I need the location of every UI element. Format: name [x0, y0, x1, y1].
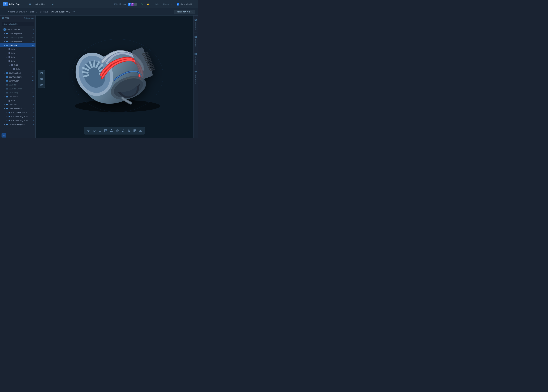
tree-item-004[interactable]: ▾ 004 Intake 👁 [0, 43, 36, 47]
expand-002[interactable]: ▶ [3, 36, 6, 39]
visibility-001[interactable]: 👁 [31, 32, 34, 35]
toolbar-box-btn[interactable] [97, 128, 103, 133]
integrations-button[interactable]: ⬡ [139, 2, 144, 6]
visibility-016a[interactable]: 👁 [31, 119, 34, 122]
tree-item-010[interactable]: ▶ 010 Spring ⊘ [0, 91, 36, 95]
tree-item-solid-3[interactable]: ▶ Solid 👁 [0, 55, 36, 59]
expand-015[interactable]: ▶ [6, 115, 8, 118]
visibility-003[interactable]: 👁 [31, 40, 34, 43]
expand-008[interactable]: ▶ [3, 84, 6, 86]
tree-item-solid-4[interactable]: ▾ Solid 👁 [0, 59, 36, 63]
tree-item-solid-4a[interactable]: ▾ Solid 👁 [0, 63, 36, 67]
breadcrumb-block1[interactable]: Block 1 [30, 11, 37, 13]
tree-item-008[interactable]: ▶ 008 Filter ⊘ [0, 83, 36, 87]
visibility-solid-4[interactable]: 👁 [31, 60, 34, 63]
expand-007[interactable]: ▶ [3, 80, 6, 82]
toolbar-wireframe-btn[interactable] [109, 128, 114, 133]
select-tool-button[interactable] [39, 70, 44, 76]
expand-012[interactable]: ▶ [3, 104, 6, 106]
user-menu[interactable]: S Steven Smith ▼ [175, 2, 196, 7]
tree-item-016b[interactable]: ▶ 016 Glow Plug Boss 👁 [0, 122, 36, 126]
tree-item-solid-1[interactable]: Solid [0, 47, 36, 51]
logo-area[interactable]: R Rollup Org. ▼ [2, 1, 24, 7]
visibility-006[interactable]: 👁 [31, 76, 34, 78]
tree-item-005[interactable]: ▶ 005 Shaft Seal 👁 [0, 71, 36, 75]
bell-button[interactable]: 🔔 [146, 3, 150, 6]
viewport[interactable] [36, 15, 193, 138]
annotations-panel-button[interactable]: Annotations [193, 17, 198, 32]
back-button[interactable]: ← [3, 10, 6, 14]
tree-item-003[interactable]: ▶ 003 Compressor 👁 [0, 39, 36, 43]
tree-item-012[interactable]: ▶ 012 Shaft 👁 [0, 103, 36, 107]
comment-tool-button[interactable] [39, 82, 44, 87]
visibility-009[interactable]: ⊘ [31, 87, 34, 90]
tree-item-002[interactable]: ▶ 002 Front Spacer ⊘ [0, 35, 36, 39]
expand-arrow-engine[interactable]: ▾ [1, 28, 3, 31]
tree-item-solid-5[interactable]: Solid [0, 99, 36, 103]
visibility-008[interactable]: ⊘ [31, 84, 34, 86]
tree-item-007[interactable]: ▶ 007 Diffuser 👁 [0, 79, 36, 83]
tree-item-solid-2[interactable]: Solid [0, 51, 36, 55]
tree-filter-input[interactable] [2, 22, 34, 26]
expand-010[interactable]: ▶ [3, 91, 6, 94]
tree-item-015[interactable]: ▶ 015 Glow Plug Boss 👁 [0, 115, 36, 119]
expand-005[interactable]: ▶ [3, 72, 6, 74]
model-details-panel-button[interactable]: Model details [193, 51, 198, 67]
visibility-016b[interactable]: 👁 [31, 123, 34, 126]
toolbar-cube-btn[interactable] [126, 128, 132, 133]
expand-001[interactable]: ▶ [3, 32, 6, 35]
camera-tool-button[interactable] [39, 76, 44, 82]
expand-004[interactable]: ▾ [3, 44, 6, 47]
toolbar-home-btn[interactable] [92, 128, 97, 133]
visibility-engine[interactable]: 👁 [31, 28, 34, 31]
expand-solid-3[interactable]: ▶ [6, 56, 8, 58]
visibility-013[interactable]: 👁 [31, 107, 34, 110]
upload-new-version-button[interactable]: Upload new version [174, 10, 195, 14]
expand-006[interactable]: ▶ [3, 76, 6, 78]
visibility-005[interactable]: 👁 [31, 72, 34, 74]
mail-button[interactable]: ✉ [1, 133, 6, 138]
toolbar-explode-btn[interactable] [132, 128, 137, 133]
tree-item-011[interactable]: ▾ 011 Tunnel 👁 [0, 95, 36, 99]
toolbar-compare-btn[interactable] [138, 128, 143, 133]
toolbar-measure-btn[interactable] [121, 128, 126, 133]
visibility-004[interactable]: 👁 [31, 44, 34, 47]
project-selector[interactable]: ▦ Launch Vehicle ▼ [28, 2, 49, 6]
tree-item-solid-4b[interactable]: Solid [0, 67, 36, 71]
visibility-solid-4a[interactable]: 👁 [31, 64, 34, 66]
tree-item-009[interactable]: ▶ 009 Filter Cover ⊘ [0, 87, 36, 91]
visibility-002[interactable]: ⊘ [31, 36, 34, 39]
saved-views-panel-button[interactable]: Saved views [193, 34, 198, 49]
tree-item-013[interactable]: ▾ 013 Combustion Cham... 👁 [0, 107, 36, 111]
collapse-tree-button[interactable]: Collapse tree [24, 17, 34, 19]
search-button[interactable] [50, 2, 55, 7]
visibility-solid-3[interactable]: 👁 [31, 56, 34, 59]
tree-item-006[interactable]: ▶ 006 Case Front 👁 [0, 75, 36, 79]
expand-016b[interactable]: ▶ [3, 123, 6, 126]
breadcrumb-filename[interactable]: Williams_Engine.ASM [8, 11, 27, 13]
tree-collapse-arrows-icon[interactable]: ⟨⟨ [2, 17, 4, 19]
expand-009[interactable]: ▶ [3, 88, 6, 90]
tree-item-001[interactable]: ▶ 001 Compressor 👁 [0, 31, 36, 35]
version-history-panel-button[interactable]: Version history [193, 69, 198, 86]
visibility-014[interactable]: 👁 [31, 111, 34, 114]
visibility-007[interactable]: 👁 [31, 80, 34, 82]
tree-item-016a[interactable]: ▶ 016 Glow Plug Boss 👁 [0, 119, 36, 122]
changelog-button[interactable]: Changelog [162, 3, 173, 6]
help-button[interactable]: ? Help [152, 3, 160, 6]
expand-solid-4[interactable]: ▾ [6, 60, 8, 62]
expand-016a[interactable]: ▶ [6, 119, 8, 122]
expand-013[interactable]: ▾ [3, 107, 6, 110]
toolbar-orbit-btn[interactable] [115, 128, 120, 133]
toolbar-section-btn[interactable] [103, 128, 108, 133]
breadcrumb-block2[interactable]: Block 1.2 [40, 11, 48, 13]
expand-014[interactable]: ▶ [6, 111, 8, 114]
toolbar-select-btn[interactable] [86, 128, 91, 133]
visibility-011[interactable]: 👁 [31, 95, 34, 98]
visibility-010[interactable]: ⊘ [31, 91, 34, 94]
expand-011[interactable]: ▾ [3, 96, 6, 98]
expand-003[interactable]: ▶ [3, 40, 6, 42]
tree-item-engine-turbo[interactable]: ▾ Engine Turbo Jet 👁 [0, 28, 36, 31]
logo-dropdown-icon[interactable]: ▼ [21, 3, 23, 5]
visibility-015[interactable]: 👁 [31, 115, 34, 118]
